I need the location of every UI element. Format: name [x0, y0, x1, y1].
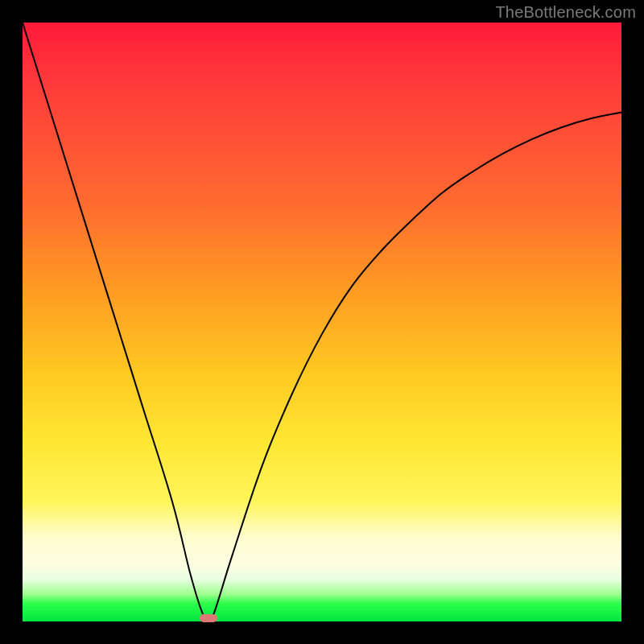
bottleneck-curve — [23, 23, 621, 621]
plot-area — [23, 23, 621, 621]
optimum-marker — [200, 614, 217, 622]
watermark-text: TheBottleneck.com — [495, 3, 636, 22]
curve-path — [23, 23, 621, 620]
chart-frame: TheBottleneck.com — [0, 0, 644, 644]
